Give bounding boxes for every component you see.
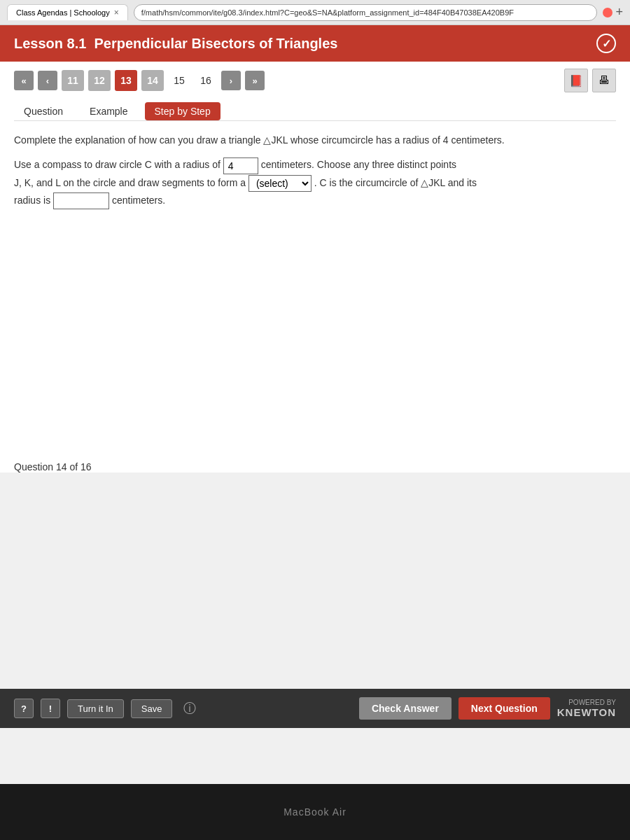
check-answer-button[interactable]: Check Answer — [359, 697, 451, 720]
macbook-bar: MacBook Air — [0, 784, 630, 840]
browser-bar: Class Agendas | Schoology × f/math/hsm/c… — [0, 0, 630, 25]
nav-num-14[interactable]: 14 — [141, 70, 164, 91]
browser-close-dot — [603, 8, 612, 18]
main-content: Lesson 8.1 Perpendicular Bisectors of Tr… — [0, 25, 630, 784]
print-icon[interactable]: 🖶 — [592, 69, 616, 92]
browser-actions: + — [603, 5, 623, 20]
next-button[interactable]: › — [221, 71, 241, 90]
question-text: Complete the explanation of how can you … — [14, 132, 609, 148]
tab-step-by-step[interactable]: Step by Step — [145, 102, 220, 120]
content-area: « ‹ 11 12 13 14 15 16 › » 📕 🖶 Question — [0, 62, 630, 472]
next-next-button[interactable]: » — [245, 71, 265, 90]
shape-select[interactable]: (select) — [248, 175, 312, 192]
radius-answer-input[interactable] — [53, 192, 109, 209]
tab-question[interactable]: Question — [14, 102, 73, 120]
exclaim-button[interactable]: ! — [41, 699, 60, 718]
url-text: f/math/hsm/common/ite/g08.3/index.html?C… — [141, 8, 514, 17]
prev-button[interactable]: ‹ — [38, 71, 57, 90]
turn-in-button[interactable]: Turn it In — [67, 699, 124, 718]
tab-label: Class Agendas | Schoology — [16, 8, 110, 17]
nav-num-16[interactable]: 16 — [195, 70, 217, 91]
lesson-check-icon[interactable]: ✓ — [596, 34, 616, 53]
save-button[interactable]: Save — [131, 699, 173, 718]
instruction-text: Use a compass to draw circle C with a ra… — [14, 156, 609, 209]
macbook-label: MacBook Air — [284, 806, 346, 818]
tab-row: Question Example Step by Step — [0, 99, 630, 120]
nav-num-15[interactable]: 15 — [168, 70, 190, 91]
bottom-bar: ? ! Turn it In Save ⓘ Check Answer Next … — [0, 689, 630, 728]
question-count: Question 14 of 16 — [0, 457, 630, 472]
nav-num-13[interactable]: 13 — [115, 70, 137, 91]
tab-example[interactable]: Example — [80, 102, 137, 120]
new-tab-plus[interactable]: + — [615, 5, 623, 20]
lesson-header: Lesson 8.1 Perpendicular Bisectors of Tr… — [0, 25, 630, 62]
knewton-brand: POWERED BY KNEWTON — [557, 699, 616, 718]
nav-row: « ‹ 11 12 13 14 15 16 › » 📕 🖶 — [0, 62, 630, 92]
nav-num-12[interactable]: 12 — [88, 70, 111, 91]
next-question-button[interactable]: Next Question — [458, 697, 550, 720]
book-icon[interactable]: 📕 — [564, 69, 588, 92]
nav-num-11[interactable]: 11 — [62, 70, 84, 91]
browser-url[interactable]: f/math/hsm/common/ite/g08.3/index.html?C… — [134, 4, 598, 21]
prev-prev-button[interactable]: « — [14, 71, 34, 90]
question-help-button[interactable]: ? — [14, 699, 34, 718]
content-body: Complete the explanation of how can you … — [0, 121, 630, 457]
radius-input[interactable] — [223, 158, 258, 174]
tab-close-icon[interactable]: × — [114, 8, 119, 18]
info-icon[interactable]: ⓘ — [183, 700, 196, 717]
lesson-title: Lesson 8.1 Perpendicular Bisectors of Tr… — [14, 36, 337, 52]
browser-tab[interactable]: Class Agendas | Schoology × — [7, 4, 128, 20]
